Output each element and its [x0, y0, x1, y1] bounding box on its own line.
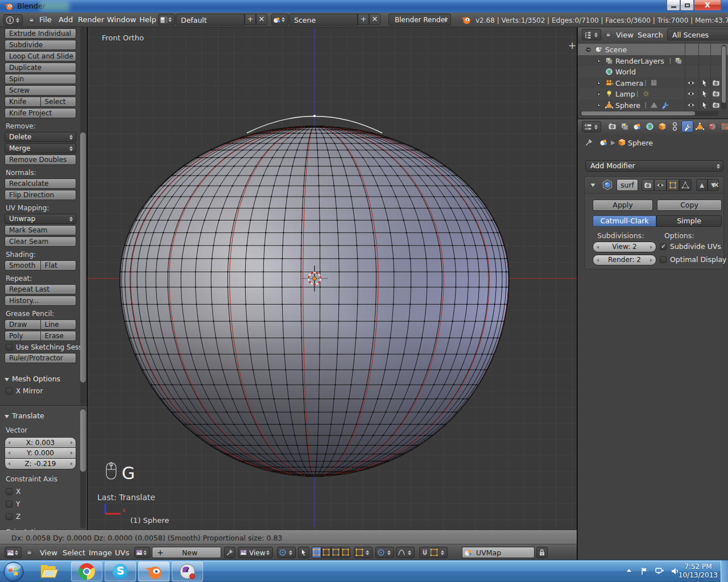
tool-button-remove-doubles[interactable]: Remove Doubles [5, 155, 76, 165]
selectability-icon[interactable] [701, 101, 709, 109]
outliner-menu-view[interactable]: View [616, 31, 634, 39]
uvmap-field[interactable]: UVMap [462, 547, 535, 558]
checkbox-x-mirror[interactable]: X Mirror [6, 386, 76, 396]
visibility-icon[interactable] [687, 90, 695, 98]
number-field-z[interactable]: Z: -0.219 [5, 459, 76, 469]
delete-modifier-button[interactable]: ✕ [713, 181, 719, 189]
tool-button-screw[interactable]: Screw [5, 85, 76, 95]
expander-icon[interactable] [596, 103, 601, 108]
sync-selection-toggle[interactable] [298, 547, 309, 558]
collapse-menus-toggle[interactable] [28, 17, 35, 23]
uv-menu-view[interactable]: View [40, 548, 57, 557]
taskbar-recorder-button[interactable] [172, 562, 203, 581]
uv-menu-image[interactable]: Image [89, 548, 112, 557]
editor-type-button[interactable] [5, 547, 22, 558]
image-browse-button[interactable] [134, 547, 150, 558]
operator-scrollbar-thumb[interactable] [80, 409, 86, 472]
taskbar-chrome-button[interactable] [71, 562, 102, 581]
menu-help[interactable]: Help [139, 15, 156, 24]
modifier-toggle-editmode[interactable] [667, 179, 679, 191]
outliner-hscrollbar-thumb[interactable] [581, 111, 695, 115]
viewport-3d[interactable]: Front Ortho GLast: Translatex(1) Sphere+ [88, 27, 577, 530]
tool-button-flat[interactable]: Flat [40, 260, 77, 271]
panel-header-translate[interactable]: Translate [5, 411, 76, 421]
tool-button-knife[interactable]: Knife [5, 97, 40, 107]
uv-select-mode-3[interactable] [341, 547, 350, 558]
modifier-name-field[interactable]: surf [617, 179, 638, 191]
apply-button[interactable]: Apply [593, 199, 653, 211]
close-button[interactable]: X [694, 0, 721, 11]
falloff-dropdown[interactable] [396, 547, 415, 558]
outliner-row-renderlayers[interactable]: RenderLayers| [578, 55, 728, 66]
checkbox-y[interactable]: Y [6, 498, 76, 510]
uv-menu-uvs[interactable]: UVs [115, 548, 129, 557]
tab-modifiers[interactable] [681, 120, 693, 132]
dropdown-merge[interactable]: Merge [5, 143, 76, 153]
tab-world[interactable] [644, 120, 656, 132]
taskbar-clock[interactable]: 7:52 PM 10/13/2013 [679, 563, 718, 580]
tool-button-loop-cut-and-slide[interactable]: Loop Cut and Slide [5, 51, 76, 61]
outliner-row-camera[interactable]: Camera| [578, 77, 728, 89]
tray-flag-icon[interactable] [640, 567, 648, 575]
menu-add[interactable]: Add [59, 15, 73, 24]
outliner-row-lamp[interactable]: Lamp| [578, 88, 728, 99]
show-desktop-button[interactable] [721, 560, 728, 582]
expander-icon[interactable] [596, 92, 601, 97]
tray-network-icon[interactable] [655, 567, 664, 575]
tool-button-subdivide[interactable]: Subdivide [5, 40, 76, 50]
checkbox-z[interactable]: Z [6, 511, 76, 522]
editor-type-button[interactable]: i [3, 14, 23, 26]
render-subdivisions-field[interactable]: Render: 2 [593, 255, 656, 265]
lock-button[interactable] [536, 547, 548, 558]
renderability-icon[interactable] [712, 101, 720, 109]
delete-scene-button[interactable]: ✕ [369, 14, 380, 25]
uv-menu-select[interactable]: Select [63, 548, 85, 557]
taskbar-explorer-icon[interactable] [40, 564, 59, 580]
taskbar-blender-button[interactable] [138, 562, 169, 581]
pin-icon[interactable] [585, 138, 593, 147]
tab-render[interactable] [606, 120, 618, 132]
tool-button-knife-project[interactable]: Knife Project [5, 108, 76, 118]
selectability-icon[interactable] [701, 90, 709, 98]
uv-select-mode-2[interactable] [331, 547, 341, 558]
taskbar-skype-button[interactable]: S [105, 562, 136, 581]
checkbox-x[interactable]: X [6, 486, 76, 497]
tab-constraints[interactable] [669, 120, 681, 132]
outliner-menu-search[interactable]: Search [638, 31, 663, 39]
outliner-row-scene[interactable]: Scene [578, 44, 728, 55]
tool-button-history-[interactable]: History... [5, 296, 76, 306]
render-engine-dropdown[interactable]: Blender Render [388, 14, 451, 26]
tab-texture[interactable] [719, 120, 728, 132]
move-modifier-up-button[interactable]: ▲ [696, 179, 708, 191]
scene-icon-button[interactable] [271, 14, 288, 26]
tool-button-draw[interactable]: Draw [5, 319, 40, 330]
tool-button-erase[interactable]: Erase [40, 331, 77, 341]
tab-scene[interactable] [631, 120, 643, 132]
collapse-menus-toggle[interactable] [605, 32, 611, 38]
tool-button-mark-seam[interactable]: Mark Seam [5, 225, 76, 235]
pivot-dropdown[interactable] [277, 547, 296, 558]
pin-button[interactable] [224, 547, 235, 558]
dropdown-delete[interactable]: Delete [5, 132, 76, 142]
scene-field[interactable]: Scene [289, 14, 358, 26]
tab-data[interactable] [694, 120, 706, 132]
catmull-clark-toggle[interactable]: Catmull-Clark [593, 215, 656, 227]
toolshelf-scrollbar-thumb[interactable] [80, 132, 86, 383]
collapse-menus-toggle[interactable] [26, 550, 32, 556]
dropdown-unwrap[interactable]: Unwrap [5, 214, 76, 224]
selectability-icon[interactable] [701, 79, 709, 87]
checkbox-use-sketching-sessi[interactable]: Use Sketching Sessi [6, 342, 76, 352]
visibility-icon[interactable] [687, 101, 695, 109]
maximize-button[interactable] [680, 0, 694, 11]
renderability-icon[interactable] [712, 79, 720, 87]
tool-button-select[interactable]: Select [40, 97, 77, 107]
expander-icon[interactable] [596, 81, 601, 86]
tool-button-recalculate[interactable]: Recalculate [5, 178, 76, 189]
tab-renderlayers[interactable] [619, 120, 631, 132]
menu-render[interactable]: Render [78, 15, 104, 24]
menu-window[interactable]: Window [107, 15, 136, 24]
tray-expand-icon[interactable] [626, 567, 632, 574]
tool-button-line[interactable]: Line [40, 319, 77, 330]
tool-button-spin[interactable]: Spin [5, 74, 76, 84]
proportional-edit-dropdown[interactable] [375, 547, 394, 558]
